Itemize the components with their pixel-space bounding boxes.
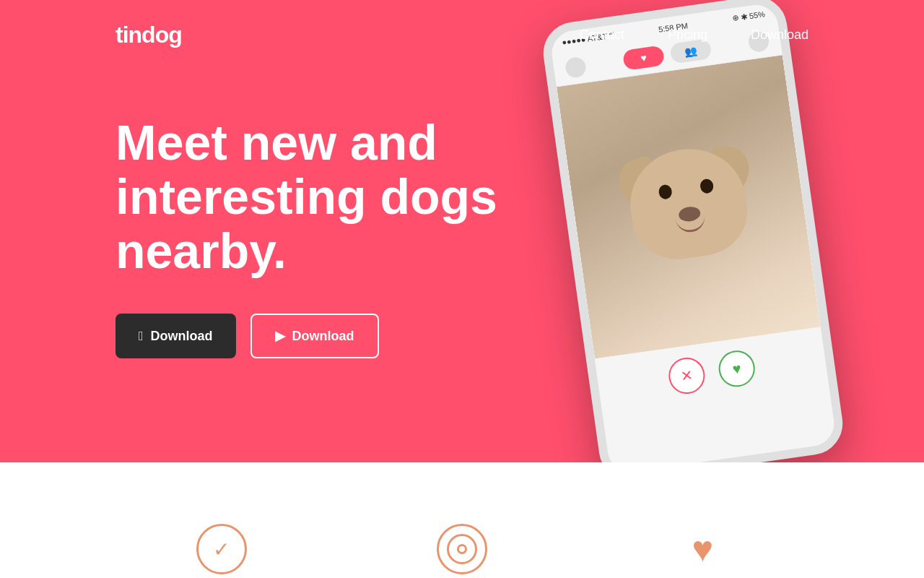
- heart-feature-icon: ♥: [677, 524, 728, 574]
- feature-easy-to-use: ✓ Easy to use: [116, 520, 327, 578]
- navbar: tindog Contact Pricing Download: [0, 0, 924, 48]
- nav-download[interactable]: Download: [751, 27, 808, 43]
- feature-icon-easy: ✓: [193, 520, 250, 578]
- target-dot: [457, 544, 467, 554]
- heart-tab-icon: ♥: [640, 52, 647, 64]
- phone-mockup: ●●●●● AT&T ᵂ 5:58 PM ⊕ ✱ 55% ♥ 👥: [539, 0, 847, 462]
- play-icon: ▶: [275, 328, 285, 344]
- dog-face: [616, 141, 765, 302]
- app-avatar: [565, 56, 588, 79]
- phone-screen: ●●●●● AT&T ᵂ 5:58 PM ⊕ ✱ 55% ♥ 👥: [549, 2, 837, 462]
- hero-headline: Meet new and interesting dogs nearby.: [116, 116, 534, 277]
- hero-content: Meet new and interesting dogs nearby.  …: [116, 116, 534, 358]
- target-inner: [447, 534, 477, 564]
- feature-icon-guaranteed: ♥: [674, 520, 731, 578]
- hero-buttons:  Download ▶ Download: [116, 314, 534, 358]
- features-grid: ✓ Easy to use Elite Clientele ♥ Guarante…: [116, 520, 808, 578]
- features-section: ✓ Easy to use Elite Clientele ♥ Guarante…: [0, 462, 924, 578]
- nav-contact[interactable]: Contact: [580, 27, 624, 43]
- hero-section: tindog Contact Pricing Download Meet new…: [0, 0, 924, 462]
- phone-container: ●●●●● AT&T ᵂ 5:58 PM ⊕ ✱ 55% ♥ 👥: [520, 0, 866, 462]
- app-tab-active: ♥: [622, 45, 665, 71]
- like-button[interactable]: ♥: [716, 348, 757, 389]
- check-circle-icon: ✓: [196, 524, 247, 574]
- feature-icon-elite: [433, 520, 491, 578]
- brand-logo[interactable]: tindog: [116, 22, 182, 48]
- target-circle-icon: [437, 524, 487, 574]
- dog-mouth: [676, 215, 706, 233]
- dog-photo: [557, 55, 821, 358]
- google-download-label: Download: [292, 329, 354, 344]
- feature-elite-clientele: Elite Clientele: [356, 520, 567, 578]
- apple-icon: : [139, 329, 144, 344]
- apple-download-label: Download: [151, 329, 213, 344]
- nav-pricing[interactable]: Pricing: [668, 27, 707, 43]
- feature-guaranteed: ♥ Guaranteed to work: [597, 520, 808, 578]
- google-download-button[interactable]: ▶ Download: [250, 314, 379, 358]
- nav-links: Contact Pricing Download: [580, 27, 808, 43]
- tinder-card: [557, 55, 821, 358]
- dog-eye-right: [699, 178, 715, 194]
- dog-eye-left: [658, 184, 673, 200]
- apple-download-button[interactable]:  Download: [116, 314, 236, 358]
- dislike-button[interactable]: ✕: [666, 355, 707, 396]
